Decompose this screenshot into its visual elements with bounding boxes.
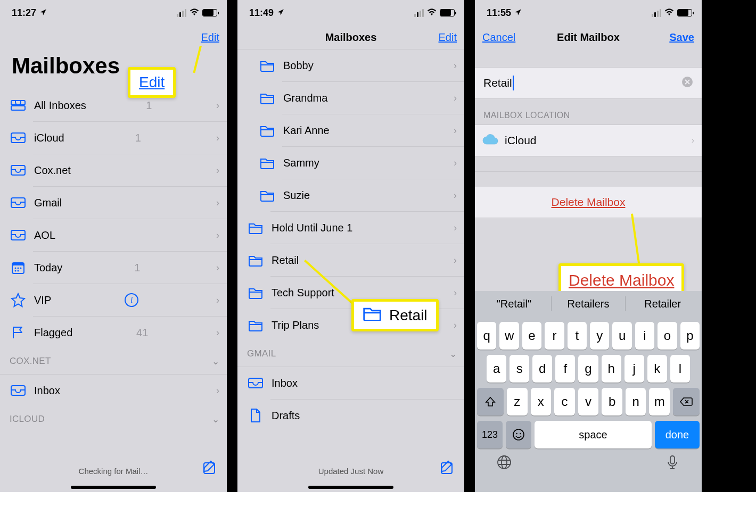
mailbox-row-today[interactable]: Today 1 › xyxy=(0,252,227,284)
key-b[interactable]: b xyxy=(602,388,622,415)
mailbox-row-gmail[interactable]: Gmail › xyxy=(0,187,227,219)
key-n[interactable]: n xyxy=(626,388,646,415)
key-p[interactable]: p xyxy=(680,322,700,350)
mailbox-row-all-inboxes[interactable]: All Inboxes 1 › xyxy=(0,89,227,121)
section-icloud[interactable]: ICLOUD ⌄ xyxy=(0,406,227,432)
key-g[interactable]: g xyxy=(578,355,598,383)
chevron-down-icon: ⌄ xyxy=(212,414,219,425)
key-l[interactable]: l xyxy=(670,355,690,383)
key-x[interactable]: x xyxy=(531,388,552,415)
folder-row[interactable]: Bobby › xyxy=(237,49,464,81)
cancel-button[interactable]: Cancel xyxy=(482,31,515,44)
folder-row[interactable]: Hold Until June 1 › xyxy=(237,212,464,244)
numbers-key[interactable]: 123 xyxy=(477,421,503,448)
row-label: Drafts xyxy=(272,410,300,422)
chevron-right-icon: › xyxy=(216,100,219,111)
key-i[interactable]: i xyxy=(635,322,654,350)
chevron-right-icon: › xyxy=(216,262,219,273)
key-u[interactable]: u xyxy=(612,322,631,350)
tray-icon xyxy=(10,227,27,244)
row-label: Retail xyxy=(272,254,299,267)
location-icon xyxy=(277,9,284,18)
emoji-key[interactable] xyxy=(506,421,531,448)
key-s[interactable]: s xyxy=(510,355,529,383)
star-icon xyxy=(10,292,27,309)
mailbox-row-flagged[interactable]: Flagged 41 › xyxy=(0,317,227,348)
folder-icon xyxy=(247,317,264,334)
section-cox[interactable]: COX.NET ⌄ xyxy=(0,348,227,374)
folder-row[interactable]: Sammy › xyxy=(237,147,464,179)
key-z[interactable]: z xyxy=(507,388,528,415)
row-label: Bobby xyxy=(283,60,314,72)
key-f[interactable]: f xyxy=(555,355,575,383)
location-icon xyxy=(39,9,47,18)
mailbox-row-cox[interactable]: Cox.net › xyxy=(0,154,227,186)
key-a[interactable]: a xyxy=(487,355,506,383)
mailbox-name-input[interactable]: Retail xyxy=(475,68,702,98)
key-e[interactable]: e xyxy=(522,322,541,350)
key-q[interactable]: q xyxy=(477,322,496,350)
folder-icon xyxy=(259,57,276,74)
gmail-inbox-row[interactable]: Inbox xyxy=(237,367,464,399)
key-v[interactable]: v xyxy=(578,388,599,415)
globe-icon[interactable] xyxy=(496,454,512,472)
key-c[interactable]: c xyxy=(554,388,575,415)
suggestion[interactable]: Retailers xyxy=(552,298,626,310)
folder-list: Bobby › Grandma › Kari Anne › Sammy › Su… xyxy=(237,49,464,341)
save-button[interactable]: Save xyxy=(669,31,694,44)
edit-button[interactable]: Edit xyxy=(439,31,457,44)
key-d[interactable]: d xyxy=(532,355,552,383)
gmail-drafts-row[interactable]: Drafts xyxy=(237,400,464,431)
key-o[interactable]: o xyxy=(658,322,677,350)
key-k[interactable]: k xyxy=(647,355,667,383)
wifi-icon xyxy=(427,7,437,19)
folder-row[interactable]: Kari Anne › xyxy=(237,114,464,146)
chevron-right-icon: › xyxy=(216,327,219,338)
chevron-right-icon: › xyxy=(216,385,219,396)
folder-row[interactable]: Suzie › xyxy=(237,179,464,211)
signal-icon xyxy=(414,9,424,17)
mailbox-row-vip[interactable]: VIP i › xyxy=(0,284,227,316)
edit-button[interactable]: Edit xyxy=(201,31,219,44)
info-icon[interactable]: i xyxy=(125,293,138,307)
backspace-key[interactable] xyxy=(673,388,700,415)
key-y[interactable]: y xyxy=(590,322,609,350)
folder-row[interactable]: Grandma › xyxy=(237,82,464,114)
compose-button[interactable] xyxy=(440,459,456,477)
home-indicator[interactable] xyxy=(71,486,156,489)
folder-row-retail[interactable]: Retail › xyxy=(237,244,464,276)
nav-bar: Edit xyxy=(0,26,227,49)
suggestion[interactable]: "Retail" xyxy=(477,298,551,310)
row-count: 41 xyxy=(136,327,148,339)
key-j[interactable]: j xyxy=(624,355,644,383)
delete-mailbox-button[interactable]: Delete Mailbox xyxy=(475,187,702,218)
status-text: Checking for Mail… xyxy=(79,467,149,476)
space-key[interactable]: space xyxy=(535,421,652,448)
cox-inbox-row[interactable]: Inbox › xyxy=(0,375,227,406)
suggestion[interactable]: Retailer xyxy=(626,298,700,310)
status-bar: 11:27 xyxy=(0,0,227,26)
compose-button[interactable] xyxy=(202,459,218,477)
done-key[interactable]: done xyxy=(655,421,700,448)
location-row[interactable]: iCloud › xyxy=(475,125,702,156)
clock-time: 11:27 xyxy=(12,7,36,19)
row-label: Hold Until June 1 xyxy=(272,222,352,234)
clear-icon[interactable] xyxy=(681,76,693,90)
text-cursor xyxy=(513,76,514,90)
key-m[interactable]: m xyxy=(649,388,670,415)
tray-icon xyxy=(10,162,27,179)
chevron-right-icon: › xyxy=(454,125,457,136)
screenshot-2: 11:49 Mailboxes Edit Bobby › Gra xyxy=(237,0,464,492)
nav-title: Mailboxes xyxy=(237,31,464,44)
key-w[interactable]: w xyxy=(499,322,519,350)
mic-icon[interactable] xyxy=(664,454,680,472)
flag-icon xyxy=(10,324,27,341)
key-r[interactable]: r xyxy=(545,322,564,350)
shift-key[interactable] xyxy=(477,388,504,415)
home-indicator[interactable] xyxy=(308,486,393,489)
mailbox-row-aol[interactable]: AOL › xyxy=(0,219,227,251)
key-t[interactable]: t xyxy=(568,322,587,350)
mailbox-row-icloud[interactable]: iCloud 1 › xyxy=(0,122,227,154)
key-h[interactable]: h xyxy=(602,355,621,383)
section-gmail[interactable]: GMAIL ⌄ xyxy=(237,341,464,367)
